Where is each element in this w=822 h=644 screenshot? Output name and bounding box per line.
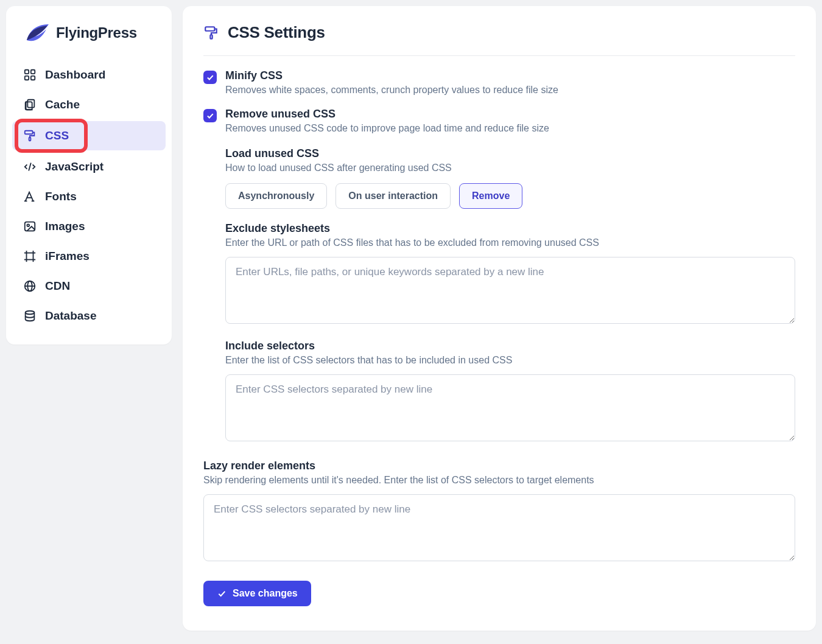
sidebar-item-label: iFrames [45,250,90,263]
svg-point-21 [26,311,35,315]
setting-desc: Removes unused CSS code to improve page … [225,123,795,134]
sidebar-item-cdn[interactable]: CDN [12,271,166,301]
brand-logo-icon [23,22,50,44]
font-icon [23,190,37,203]
include-selectors-input[interactable] [225,374,795,441]
sidebar-item-label: JavaScript [45,160,104,173]
svg-rect-4 [27,100,34,108]
globe-icon [23,279,37,293]
svg-rect-23 [210,35,212,39]
remove-unused-css-checkbox[interactable] [203,109,217,122]
minify-css-checkbox[interactable] [203,71,217,84]
page-title: CSS Settings [228,23,325,42]
option-on-user-interaction[interactable]: On user interaction [335,183,451,209]
svg-line-8 [29,163,31,171]
save-button[interactable]: Save changes [203,581,311,606]
paint-roller-icon [23,129,37,142]
sidebar-item-javascript[interactable]: JavaScript [12,152,166,181]
image-icon [23,220,37,233]
paint-roller-icon [203,25,219,41]
sidebar-nav: Dashboard Cache [6,57,172,331]
sidebar-item-label: Cache [45,98,80,111]
sidebar-item-label: CSS [45,129,69,142]
setting-desc: Removes white spaces, comments, crunch p… [225,85,795,96]
option-asynchronously[interactable]: Asynchronously [225,183,327,209]
svg-rect-7 [29,138,31,141]
load-unused-desc: How to load unused CSS after generating … [225,163,795,173]
sidebar-item-cache[interactable]: Cache [12,90,166,119]
svg-rect-22 [205,27,214,31]
setting-remove-unused-css: Remove unused CSS Removes unused CSS cod… [203,108,795,134]
database-icon [23,309,37,323]
sidebar-item-dashboard[interactable]: Dashboard [12,60,166,89]
setting-label: Minify CSS [225,69,795,82]
exclude-stylesheets-input[interactable] [225,257,795,324]
option-remove[interactable]: Remove [459,183,522,209]
brand-name: FlyingPress [56,24,137,41]
lazy-render-input[interactable] [203,494,795,561]
sidebar-item-label: Database [45,309,97,323]
svg-rect-3 [31,76,35,80]
include-desc: Enter the list of CSS selectors that has… [225,355,795,366]
sidebar-item-label: CDN [45,279,70,293]
setting-minify-css: Minify CSS Removes white spaces, comment… [203,69,795,96]
sidebar-item-label: Images [45,220,85,233]
sidebar-item-css[interactable]: CSS [12,121,166,150]
svg-point-13 [27,224,29,226]
load-unused-options: Asynchronously On user interaction Remov… [225,183,795,209]
svg-rect-0 [25,70,29,74]
settings-panel: CSS Settings Minify CSS Removes white sp… [183,6,816,631]
svg-rect-2 [25,76,29,80]
lazy-render-title: Lazy render elements [203,460,795,472]
exclude-title: Exclude stylesheets [225,222,795,235]
sidebar-item-database[interactable]: Database [12,301,166,331]
lazy-render-desc: Skip rendering elements until it's neede… [203,475,795,486]
dashboard-icon [23,68,37,82]
sidebar-item-images[interactable]: Images [12,212,166,241]
exclude-desc: Enter the URL or path of CSS files that … [225,237,795,248]
brand-logo: FlyingPress [6,18,172,57]
svg-rect-6 [25,131,33,135]
svg-rect-12 [25,222,35,231]
sidebar-item-fonts[interactable]: Fonts [12,182,166,211]
sidebar-item-label: Dashboard [45,68,105,82]
sidebar-item-iframes[interactable]: iFrames [12,242,166,271]
save-button-label: Save changes [233,588,298,599]
setting-label: Remove unused CSS [225,108,795,121]
svg-rect-1 [31,70,35,74]
load-unused-title: Load unused CSS [225,147,795,160]
panel-header: CSS Settings [203,23,795,56]
cache-icon [23,98,37,111]
frame-icon [23,250,37,263]
sidebar-item-label: Fonts [45,190,77,203]
sidebar: FlyingPress Dashboard [6,6,172,345]
check-icon [217,589,227,598]
include-title: Include selectors [225,340,795,352]
code-icon [23,160,37,173]
